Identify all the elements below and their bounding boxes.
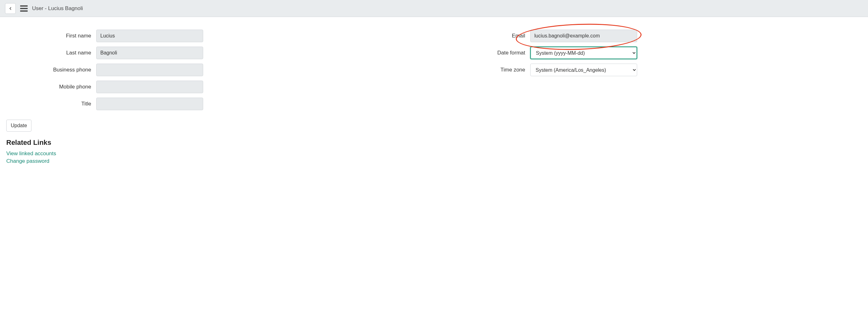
row-last-name: Last name (6, 47, 428, 59)
first-name-input[interactable] (96, 30, 203, 42)
form-right-column: Email Date format System (yyyy-MM-dd) Ti… (440, 30, 862, 110)
back-button[interactable] (5, 3, 16, 14)
label-last-name: Last name (6, 50, 91, 56)
hamburger-menu-icon[interactable] (20, 5, 28, 12)
update-button[interactable]: Update (6, 120, 31, 132)
content-area: First name Last name Business phone Mobi… (0, 17, 868, 172)
email-input[interactable] (530, 30, 637, 42)
page-header: User - Lucius Bagnoli (0, 0, 868, 17)
form-columns: First name Last name Business phone Mobi… (6, 23, 862, 116)
link-change-password[interactable]: Change password (6, 158, 862, 164)
related-links-heading: Related Links (6, 139, 862, 147)
mobile-phone-input[interactable] (96, 81, 203, 93)
label-business-phone: Business phone (6, 67, 91, 73)
row-business-phone: Business phone (6, 64, 428, 76)
link-view-linked-accounts[interactable]: View linked accounts (6, 150, 862, 157)
row-mobile-phone: Mobile phone (6, 81, 428, 93)
related-links-section: Related Links View linked accounts Chang… (6, 139, 862, 164)
label-title: Title (6, 101, 91, 107)
date-format-select[interactable]: System (yyyy-MM-dd) (530, 47, 637, 59)
label-time-zone: Time zone (440, 67, 525, 73)
row-date-format: Date format System (yyyy-MM-dd) (440, 47, 862, 59)
business-phone-input[interactable] (96, 64, 203, 76)
label-first-name: First name (6, 33, 91, 39)
last-name-input[interactable] (96, 47, 203, 59)
label-email: Email (440, 33, 525, 39)
page-title: User - Lucius Bagnoli (32, 5, 83, 12)
time-zone-select[interactable]: System (America/Los_Angeles) (530, 64, 637, 76)
row-time-zone: Time zone System (America/Los_Angeles) (440, 64, 862, 76)
form-left-column: First name Last name Business phone Mobi… (6, 30, 428, 110)
label-mobile-phone: Mobile phone (6, 84, 91, 90)
row-first-name: First name (6, 30, 428, 42)
row-email: Email (440, 30, 862, 42)
title-input[interactable] (96, 97, 203, 110)
label-date-format: Date format (440, 50, 525, 56)
row-title: Title (6, 97, 428, 110)
chevron-left-icon (8, 6, 12, 11)
